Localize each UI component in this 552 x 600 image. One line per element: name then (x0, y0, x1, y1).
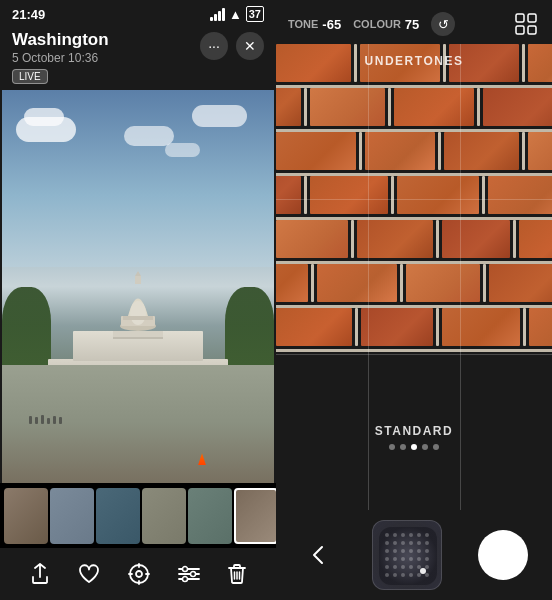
battery-display: 37 (246, 6, 264, 22)
svg-point-50 (417, 565, 421, 569)
tone-label: TONE (288, 18, 318, 30)
svg-point-51 (425, 565, 429, 569)
svg-rect-20 (528, 26, 536, 34)
brick-row-3 (276, 132, 552, 170)
status-bar: 21:49 ▲ 37 (0, 0, 276, 26)
svg-point-54 (401, 573, 405, 577)
delete-button[interactable] (228, 563, 246, 585)
undertones-label: UNDERTONES (276, 54, 552, 68)
svg-point-49 (409, 565, 413, 569)
svg-point-41 (393, 557, 397, 561)
svg-rect-19 (516, 26, 524, 34)
colour-value[interactable]: 75 (405, 17, 419, 32)
colour-control: COLOUR 75 (353, 17, 419, 32)
capitol-dome-svg (113, 271, 163, 331)
filter-grid-button[interactable] (372, 520, 442, 590)
svg-point-23 (393, 533, 397, 537)
brick-row-4 (276, 176, 552, 214)
svg-point-52 (385, 573, 389, 577)
capture-button[interactable] (478, 530, 528, 580)
svg-point-45 (425, 557, 429, 561)
svg-marker-4 (135, 271, 141, 276)
status-icons: ▲ 37 (210, 6, 264, 22)
svg-point-47 (393, 565, 397, 569)
back-button[interactable] (300, 537, 336, 573)
grid-icon-button[interactable] (512, 10, 540, 38)
photo-title: Washington (12, 30, 109, 50)
photo-content (2, 90, 274, 483)
dot-4[interactable] (422, 444, 428, 450)
svg-rect-5 (123, 316, 153, 320)
svg-point-2 (130, 301, 146, 325)
reset-button[interactable]: ↺ (431, 12, 455, 36)
standard-label: STANDARD (276, 424, 552, 438)
live-badge: LIVE (12, 69, 48, 84)
right-panel: TONE -65 COLOUR 75 ↺ (276, 0, 552, 600)
svg-point-56 (417, 573, 421, 577)
svg-point-28 (385, 541, 389, 545)
filter-dot-grid (379, 527, 437, 585)
adjust-button[interactable] (178, 565, 200, 583)
dot-5[interactable] (433, 444, 439, 450)
svg-point-35 (393, 549, 397, 553)
svg-rect-17 (516, 14, 524, 22)
capitol-portico (113, 331, 163, 339)
tone-colour-controls: TONE -65 COLOUR 75 ↺ (288, 12, 455, 36)
thumbnail-3[interactable] (96, 488, 140, 544)
thumbnail-1[interactable] (4, 488, 48, 544)
svg-point-11 (183, 567, 188, 572)
svg-point-37 (409, 549, 413, 553)
svg-point-13 (183, 577, 188, 582)
tone-value[interactable]: -65 (322, 17, 341, 32)
svg-point-29 (393, 541, 397, 545)
svg-point-46 (385, 565, 389, 569)
dot-3-active[interactable] (411, 444, 417, 450)
brick-row-2 (276, 88, 552, 126)
thumbnail-2[interactable] (50, 488, 94, 544)
svg-point-24 (401, 533, 405, 537)
svg-point-38 (417, 549, 421, 553)
dot-2[interactable] (400, 444, 406, 450)
svg-point-32 (417, 541, 421, 545)
svg-point-12 (191, 572, 196, 577)
svg-point-22 (385, 533, 389, 537)
brick-photo-area: UNDERTONES STANDARD (276, 44, 552, 510)
header-info: Washington 5 October 10:36 LIVE (12, 30, 109, 84)
svg-point-30 (401, 541, 405, 545)
close-button[interactable]: ✕ (236, 32, 264, 60)
svg-point-39 (425, 549, 429, 553)
thumbnail-4[interactable] (142, 488, 186, 544)
svg-point-26 (417, 533, 421, 537)
bottom-toolbar (0, 548, 276, 600)
cloud-4 (192, 105, 247, 127)
heart-button[interactable] (78, 564, 100, 584)
svg-point-44 (417, 557, 421, 561)
svg-point-34 (385, 549, 389, 553)
thumbnail-6-active[interactable] (234, 488, 276, 544)
signal-icon (210, 8, 225, 21)
svg-point-42 (401, 557, 405, 561)
svg-point-43 (409, 557, 413, 561)
share-button[interactable] (30, 563, 50, 585)
svg-rect-18 (528, 14, 536, 22)
thumbnail-5[interactable] (188, 488, 232, 544)
more-button[interactable]: ··· (200, 32, 228, 60)
trees-right (225, 287, 274, 373)
cloud-2 (24, 108, 64, 126)
svg-point-27 (425, 533, 429, 537)
right-top-bar: TONE -65 COLOUR 75 ↺ (276, 0, 552, 44)
left-panel: 21:49 ▲ 37 Washington 5 October 10:36 LI… (0, 0, 276, 600)
mortar-row-7 (276, 349, 552, 352)
main-photo (2, 90, 274, 483)
svg-point-55 (409, 573, 413, 577)
dot-1[interactable] (389, 444, 395, 450)
cloud-5 (165, 143, 200, 157)
brick-wall: UNDERTONES STANDARD (276, 44, 552, 510)
tone-control: TONE -65 (288, 17, 341, 32)
right-bottom-controls (276, 510, 552, 600)
edit-button[interactable] (128, 563, 150, 585)
svg-point-58 (420, 568, 426, 574)
svg-point-6 (136, 571, 142, 577)
cloud-3 (124, 126, 174, 146)
svg-point-33 (425, 541, 429, 545)
